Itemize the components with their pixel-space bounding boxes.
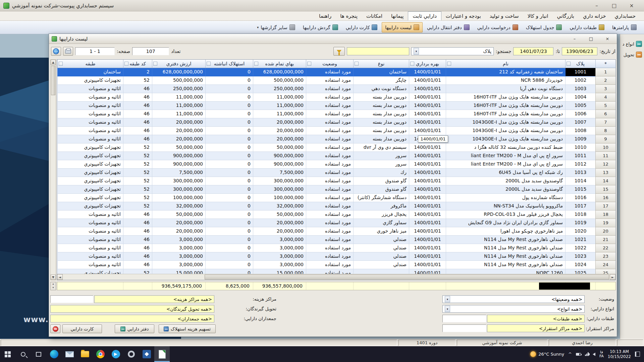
cell-cost[interactable]: 11,000,000 — [253, 102, 306, 110]
weather-widget[interactable]: 26°C Sunny — [530, 351, 564, 357]
explorer-taskbar-button[interactable] — [77, 346, 93, 362]
cell-plate[interactable]: 1021 — [565, 236, 595, 244]
cell-cost[interactable]: 11,000,000 — [253, 110, 306, 118]
app-close-button[interactable]: × — [628, 3, 635, 9]
cell-code[interactable]: 52 — [123, 160, 152, 169]
column-filter-icon[interactable] — [355, 62, 359, 66]
dock-item-1[interactable]: تحویل — [620, 52, 644, 58]
cell-plate[interactable]: 1008 — [565, 127, 595, 135]
cell-type[interactable]: صندلي — [353, 261, 409, 269]
cell-n[interactable]: 25 — [595, 269, 615, 274]
column-header-cost[interactable]: بهاي تمام شده — [253, 60, 306, 68]
dialog-titlebar[interactable]: لیست دارایيها – □ × — [49, 34, 617, 44]
depreciation-allocation-button[interactable]: تسهیم هزینه استهلاک — [159, 324, 216, 333]
table-row[interactable]: 231023صندلي ناهارخوري My Rest مدل N11414… — [57, 252, 615, 261]
menu-item-7[interactable]: پیمانها — [387, 11, 408, 20]
cell-type[interactable]: سرور — [353, 152, 409, 160]
cell-book[interactable]: 3,000,000 — [152, 236, 205, 244]
column-filter-icon[interactable] — [153, 62, 157, 66]
asset-card-button[interactable]: کارت دارایي — [62, 324, 102, 333]
app-taskbar-button[interactable] — [139, 346, 154, 362]
receivers-filter-value[interactable]: <همه تحویل گیرندگان> — [50, 305, 214, 313]
cell-type[interactable]: یخچال فریزر — [353, 210, 409, 219]
cell-code[interactable]: 52 — [123, 269, 152, 274]
cell-plate[interactable]: 1016 — [565, 194, 595, 202]
column-filter-icon[interactable] — [207, 62, 211, 66]
cell-code[interactable]: 46 — [123, 85, 152, 93]
cell-status[interactable]: مورد استفاده — [306, 102, 353, 110]
menu-item-8[interactable]: امکانات — [362, 11, 387, 20]
toolbar-button-7[interactable]: گردش دارایيها — [300, 22, 341, 33]
cell-book[interactable]: 300,000,000 — [152, 185, 205, 194]
cell-name[interactable]: دوربین مداربسته هایک ویژن مدل 16H0T-ITF — [446, 93, 565, 102]
column-filter-icon[interactable] — [410, 62, 414, 66]
cell-cost[interactable]: 300,000,000 — [253, 185, 306, 194]
scroll-left-icon[interactable]: ◄ — [57, 274, 63, 280]
scroll-down-icon[interactable]: ▼ — [51, 275, 56, 280]
cell-type[interactable]: سیستم دي وي آر dvr — [353, 143, 409, 152]
table-row[interactable]: 31003دستگاه نوبت دهي آریا1400/01/01دستگا… — [57, 85, 615, 93]
cell-plate[interactable]: 1017 — [565, 202, 595, 210]
cell-plate[interactable]: 1003 — [565, 85, 595, 93]
asset-classes-filter-value[interactable]: <همه طبقات> — [487, 315, 585, 322]
cell-cost[interactable]: 11,000,000 — [253, 93, 306, 102]
cell-name[interactable]: خودپرداز NCR 5886 — [446, 76, 565, 85]
cell-type[interactable]: رك — [353, 169, 409, 177]
cell-cls[interactable]: تجهیزات کامپیوتري — [57, 177, 123, 185]
cell-date[interactable]: 1400/01/01 — [409, 110, 446, 118]
cell-type[interactable]: سماور گازي — [353, 219, 409, 227]
cell-book[interactable]: 11,000,000 — [152, 110, 205, 118]
table-row[interactable]: 101010ضبط کننده دوربین مداربسته 32 کانال… — [57, 143, 615, 152]
battery-icon[interactable] — [576, 353, 581, 356]
cell-book[interactable]: 11,000,000 — [152, 93, 205, 102]
cell-plate[interactable]: 1002 — [565, 76, 595, 85]
cell-plate[interactable]: 1023 — [565, 252, 595, 261]
cell-cls[interactable]: اثاثیه و منصوبات — [57, 127, 123, 135]
cell-dep[interactable]: 0 — [205, 269, 253, 274]
cell-dep[interactable]: 0 — [205, 227, 253, 236]
cell-code[interactable]: 46 — [123, 252, 152, 261]
cell-status[interactable]: مورد استفاده — [306, 152, 353, 160]
cell-plate[interactable]: 1012 — [565, 160, 595, 169]
cell-dep[interactable]: 0 — [205, 118, 253, 127]
table-row[interactable]: 191019سماور گازي برادران ایران نژاد مدل … — [57, 219, 615, 227]
cell-status[interactable]: مورد استفاده — [306, 219, 353, 227]
cell-book[interactable]: 20,000,000 — [152, 227, 205, 236]
menu-item-1[interactable]: خزانه داري — [579, 11, 610, 20]
cell-type[interactable]: صندلي — [353, 244, 409, 252]
cell-plate[interactable]: 1010 — [565, 143, 595, 152]
cell-status[interactable]: مورد استفاده — [306, 194, 353, 202]
task-view-button[interactable] — [31, 346, 46, 362]
cell-status[interactable]: مورد استفاده — [306, 160, 353, 169]
cell-name[interactable]: سرور اچ پي اي مدل liant Enter TM200 - M — [446, 152, 565, 160]
table-row[interactable]: 121012سرور اچ پي اي مدل liant Enter TM20… — [57, 160, 615, 169]
cell-book[interactable]: 20,000,000 — [152, 135, 205, 143]
cell-plate[interactable]: 1005 — [565, 102, 595, 110]
cell-code[interactable]: 52 — [123, 169, 152, 177]
cell-cls[interactable]: اثاثیه و منصوبات — [57, 227, 123, 236]
column-filter-icon[interactable] — [567, 62, 571, 66]
cell-book[interactable]: 500,000,000 — [152, 76, 205, 85]
cell-plate[interactable]: 1011 — [565, 152, 595, 160]
network-icon[interactable] — [585, 352, 589, 356]
chevron-down-icon[interactable]: ▾ — [445, 306, 450, 312]
table-row[interactable]: 151015گاوصندوق سدید مدل 2000L1400/01/01گ… — [57, 185, 615, 194]
cell-status[interactable]: مورد استفاده — [306, 127, 353, 135]
cell-dep[interactable]: 0 — [205, 68, 253, 76]
cell-plate[interactable]: 1006 — [565, 110, 595, 118]
cell-date[interactable]: 1400/01/01 — [409, 185, 446, 194]
vertical-scrollbar[interactable]: ▲ ▼ — [50, 59, 56, 280]
table-row[interactable]: 41004دوربین مداربسته هایک ویژن مدل 16H0T… — [57, 93, 615, 102]
cell-n[interactable]: 19 — [595, 219, 615, 227]
volume-icon[interactable] — [593, 353, 595, 356]
cell-n[interactable]: 6 — [595, 110, 615, 118]
cell-type[interactable]: گاو صندوق — [353, 177, 409, 185]
cell-dep[interactable]: 0 — [205, 261, 253, 269]
cell-dep[interactable]: 0 — [205, 185, 253, 194]
column-header-cls[interactable]: طبقه — [57, 60, 123, 68]
cell-n[interactable]: 20 — [595, 227, 615, 236]
cell-cost[interactable]: 900,000,000 — [253, 152, 306, 160]
toolbar-button-3[interactable]: درخواست دارایي — [474, 22, 522, 33]
cell-book[interactable]: 50,000,000 — [152, 210, 205, 219]
cell-date[interactable]: 1400/01/01 — [409, 194, 446, 202]
